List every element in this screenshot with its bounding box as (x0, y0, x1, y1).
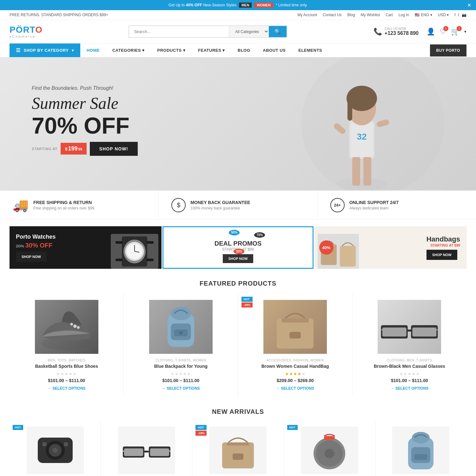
language-selector[interactable]: 🇺🇸 ENG ▾ (415, 13, 432, 17)
contact-us-link[interactable]: Contact Us (323, 13, 341, 17)
product-badge-3: HOT -19% (241, 297, 253, 307)
cart-icon-button[interactable]: 🛒 1 (451, 28, 459, 36)
blog-link[interactable]: Blog (347, 13, 355, 17)
deal-shop-button[interactable]: SHOP NOW (223, 254, 254, 263)
search-button[interactable]: 🔍 (269, 26, 287, 37)
select-options-button-3[interactable]: → SELECT OPTIONS (276, 386, 314, 391)
promo-watches-banner: Porto Watches 20% 30% OFF SHOP NOW (10, 226, 162, 269)
arrival-card-3: HOT -19% (192, 422, 283, 476)
logo[interactable]: PÖRTO eCommerce (10, 25, 43, 38)
product-stars-3: ★★★★★ (285, 371, 306, 376)
arrival-badge-4: HOT (287, 425, 298, 430)
product-stars-4: ★★★★★ (399, 371, 420, 376)
facebook-icon[interactable]: f (454, 13, 455, 17)
login-link[interactable]: Log In (399, 13, 409, 17)
handbags-shop-button[interactable]: SHOP NOW (426, 250, 457, 260)
new-arrivals-grid: HOT (10, 422, 466, 476)
product-image-2 (149, 300, 213, 354)
social-links: f t 📷 (454, 13, 466, 17)
instagram-icon[interactable]: 📷 (462, 13, 466, 17)
promo-section: Porto Watches 20% 30% OFF SHOP NOW (10, 226, 466, 269)
shipping-notice: FREE RETURNS. STANDARD SHIPPING ORDERS $… (10, 13, 108, 17)
hero-banner: Find the Boundaries. Push Through! Summe… (0, 57, 476, 190)
shop-by-category-button[interactable]: ☰ SHOP BY CATEGORY ▾ (10, 43, 80, 57)
logo-subtitle: eCommerce (10, 35, 43, 38)
svg-point-24 (73, 325, 77, 328)
feature-support: 24+ ONLINE SUPPORT 24/7 Always dedicated… (318, 191, 476, 220)
product-price-2: $101.00 – $111.00 (162, 378, 199, 383)
arrival-badge-1: HOT (13, 425, 23, 430)
nav-about[interactable]: ABOUT US (256, 43, 292, 57)
new-arrivals-title: NEW ARRIVALS (0, 408, 476, 415)
shipping-title: FREE SHIPPING & RETURN (33, 200, 95, 205)
discount-pct: 30% OFF (25, 242, 53, 249)
nav-elements[interactable]: ELEMENTS (292, 43, 328, 57)
call-label: CALL US NOW (385, 27, 419, 30)
feature-money-back: $ MONEY BACK GUARANTEE 100% money back g… (159, 191, 317, 220)
currency-selector[interactable]: USD ▾ (438, 13, 449, 17)
top-banner: Get Up to 40% OFF New-Season Styles MEN … (0, 0, 476, 10)
svg-rect-50 (144, 451, 149, 453)
support-desc: Always dedicated team (349, 206, 399, 210)
nav-categories[interactable]: CATEGORIES ▾ (106, 43, 151, 57)
product-cats-4: CLOTHING, MEN, T-SHIRTS (387, 359, 432, 362)
wishlist-badge: 0 (443, 26, 448, 31)
cart-link[interactable]: Cart (386, 13, 393, 17)
men-badge[interactable]: MEN (239, 3, 252, 8)
truck-icon: 🚚 (13, 198, 29, 213)
twitter-icon[interactable]: t (458, 13, 459, 17)
product-image-1 (35, 300, 98, 354)
search-input[interactable] (129, 26, 229, 37)
select-options-button-4[interactable]: → SELECT OPTIONS (390, 386, 428, 391)
user-icon-button[interactable]: 👤 (426, 28, 435, 36)
feature-shipping-text: FREE SHIPPING & RETURN Free shipping on … (33, 200, 95, 210)
sale-badge: -19% (241, 302, 253, 307)
svg-rect-33 (289, 332, 301, 339)
svg-rect-34 (282, 319, 308, 323)
svg-point-31 (179, 331, 183, 335)
select-options-button-2[interactable]: → SELECT OPTIONS (162, 386, 200, 391)
arrival-hot-badge-4: HOT (287, 425, 298, 430)
banner-text: Get Up to 40% OFF New-Season Styles (169, 3, 236, 7)
watches-shop-button[interactable]: SHOP NOW (16, 252, 47, 262)
buy-porto-button[interactable]: BUY PORTO (430, 44, 466, 56)
old-price: 20% (16, 244, 24, 248)
close-banner-button[interactable]: ✕ (467, 2, 471, 8)
limited-text: * Limited time only. (276, 3, 307, 7)
wishlist-icon-button[interactable]: ♡ 0 (440, 28, 446, 36)
my-account-link[interactable]: My Account (297, 13, 317, 17)
nav-home[interactable]: HOME (80, 43, 106, 57)
nav-products[interactable]: PRODUCTS ▾ (151, 43, 192, 57)
handbags-discount-badge: 40% (319, 241, 334, 255)
arrival-badge-3: HOT -19% (195, 425, 207, 436)
feature-shipping: 🚚 FREE SHIPPING & RETURN Free shipping o… (0, 191, 159, 220)
svg-rect-17 (116, 241, 122, 244)
product-card-2: CLOTHING, T-SHIRTS, WOMEN Blue Backpack … (124, 294, 238, 397)
language-label: ENG ▾ (421, 13, 432, 17)
select-options-button-1[interactable]: → SELECT OPTIONS (48, 386, 86, 391)
nav-blog[interactable]: BLOG (231, 43, 257, 57)
support-title: ONLINE SUPPORT 24/7 (349, 200, 399, 205)
product-image-4 (378, 300, 441, 354)
phone-icon: 📞 (374, 28, 382, 36)
hero-content: Find the Boundaries. Push Through! Summe… (32, 85, 138, 162)
product-name-3: Brown Women Casual HandBag (261, 364, 329, 369)
shop-by-cat-label: SHOP BY CATEGORY (24, 48, 69, 53)
hero-discount: 70% OFF (32, 114, 138, 137)
svg-rect-46 (43, 442, 46, 446)
watches-title: Porto Watches (16, 234, 56, 240)
header-icons: 👤 ♡ 0 🛒 1 ▾ (426, 28, 466, 36)
nav-features[interactable]: FEATURES ▾ (192, 43, 231, 57)
svg-rect-37 (407, 329, 412, 331)
women-badge[interactable]: WOMEN (254, 3, 273, 8)
category-select[interactable]: All Categories (229, 26, 269, 37)
arrival-card-5 (375, 422, 466, 476)
cart-dropdown-icon[interactable]: ▾ (464, 29, 466, 34)
arrival-image-4 (301, 426, 358, 474)
chevron-down-icon: ▾ (72, 48, 74, 53)
hero-shop-now-button[interactable]: SHOP NOW! (90, 142, 138, 156)
svg-rect-52 (150, 448, 169, 456)
svg-point-26 (70, 323, 73, 325)
svg-rect-20 (147, 259, 154, 261)
wishlist-link[interactable]: My Wishlist (361, 13, 380, 17)
